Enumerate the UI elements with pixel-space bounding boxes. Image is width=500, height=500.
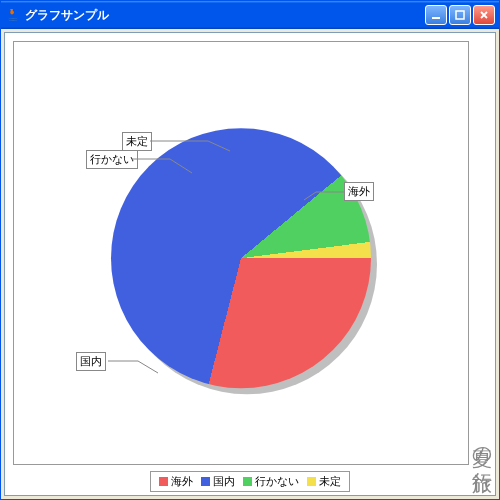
legend-swatch xyxy=(159,477,168,486)
legend-label: 国内 xyxy=(213,474,235,489)
legend-item: 行かない xyxy=(243,474,299,489)
chart-title-text: 夏の旅行 xyxy=(470,434,497,457)
legend-label: 行かない xyxy=(255,474,299,489)
window-controls xyxy=(425,5,495,25)
java-icon xyxy=(5,7,21,23)
plot-row: 海外 国内 行かない 未定 夏の旅行 xyxy=(5,33,495,467)
legend-swatch xyxy=(201,477,210,486)
maximize-button[interactable] xyxy=(449,5,471,25)
svg-rect-1 xyxy=(456,11,464,19)
title-bar: グラフサンプル xyxy=(1,1,499,29)
pie-chart xyxy=(111,128,371,388)
legend-item: 国内 xyxy=(201,474,235,489)
svg-rect-0 xyxy=(432,17,440,19)
close-button[interactable] xyxy=(473,5,495,25)
legend-swatch xyxy=(307,477,316,486)
minimize-button[interactable] xyxy=(425,5,447,25)
legend-item: 海外 xyxy=(159,474,193,489)
legend-label: 海外 xyxy=(171,474,193,489)
app-window: グラフサンプル 海外 国内 xyxy=(0,0,500,500)
callout-label: 国内 xyxy=(76,352,106,371)
legend-label: 未定 xyxy=(319,474,341,489)
chart-side-title: 夏の旅行 xyxy=(471,33,495,467)
client-area: 海外 国内 行かない 未定 夏の旅行 xyxy=(4,32,496,496)
window-title: グラフサンプル xyxy=(25,7,425,24)
legend: 海外 国内 行かない 未定 xyxy=(150,471,350,492)
legend-swatch xyxy=(243,477,252,486)
pie xyxy=(111,128,371,388)
plot-area: 海外 国内 行かない 未定 xyxy=(13,41,469,465)
legend-row: 海外 国内 行かない 未定 xyxy=(5,467,495,495)
callout-kokunai: 国内 xyxy=(76,352,106,371)
legend-item: 未定 xyxy=(307,474,341,489)
